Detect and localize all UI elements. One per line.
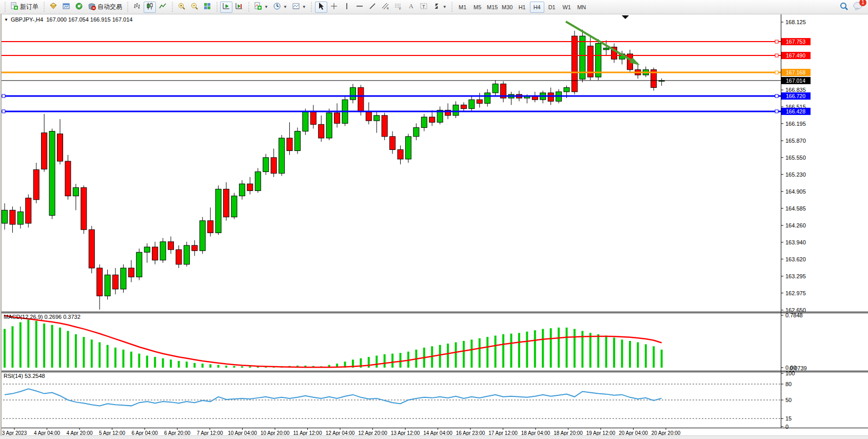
symbol-ohlc-text: GBPJPY-,H4 167.000 167.054 166.915 167.0… (11, 16, 133, 23)
line-handle (775, 94, 778, 98)
symbol-dropdown-icon[interactable]: ▼ (4, 17, 8, 22)
rsi-label: RSI(14) 53.2548 (4, 373, 45, 379)
candle-bullish (279, 138, 285, 174)
candle-bullish (231, 196, 237, 217)
candle-bullish (469, 100, 475, 108)
price-tick-label: 165.550 (785, 155, 806, 161)
candle-bullish (17, 212, 23, 224)
candle-bullish (136, 252, 142, 277)
chart-canvas[interactable]: 168.125166.835166.515166.195165.870165.5… (0, 0, 868, 439)
candle-bearish (271, 158, 277, 174)
price-level-label-text: 166.428 (786, 108, 805, 114)
candle-bearish (33, 169, 39, 199)
candle-bearish (57, 134, 63, 161)
candle-bullish (239, 184, 245, 196)
candle-bearish (128, 268, 134, 277)
candle-bearish (26, 198, 31, 223)
line-handle (775, 71, 778, 74)
line-handle (775, 110, 778, 113)
candle-bearish (319, 124, 324, 138)
candle-bullish (421, 117, 427, 127)
candle-bearish (208, 221, 213, 233)
price-tick-label: 164.905 (785, 188, 806, 195)
rsi-axis-label: 50 (785, 397, 792, 403)
candle-bearish (477, 100, 482, 103)
candle-bearish (176, 250, 182, 264)
candle-bearish (224, 189, 229, 217)
candle-bearish (358, 88, 364, 112)
window-bottom-edge (0, 435, 868, 439)
price-tick-label: 163.940 (785, 239, 806, 245)
window-left-edge (0, 14, 2, 435)
candle-bearish (287, 138, 292, 151)
rsi-axis-label: 80 (785, 381, 792, 387)
candle-bullish (294, 131, 300, 151)
candle-bearish (398, 149, 403, 159)
candle-bullish (121, 268, 126, 289)
candle-bullish (2, 210, 8, 223)
candle-bullish (49, 131, 55, 216)
price-tick-label: 164.260 (785, 222, 806, 228)
price-tick-label: 163.295 (785, 273, 806, 279)
candle-bearish (152, 247, 158, 260)
candle-bearish (89, 230, 94, 268)
price-tick-label: 163.620 (785, 256, 806, 262)
candle-bearish (168, 242, 174, 250)
candle-bearish (42, 133, 47, 169)
candle-bullish (255, 172, 261, 191)
candle-bearish (429, 117, 435, 122)
price-tick-label: 164.585 (785, 205, 806, 212)
macd-label: MACD(12,26,9) 0.2696 0.3732 (4, 314, 81, 320)
rsi-axis-label: 0 (785, 424, 788, 430)
price-level-label-text: 167.753 (786, 39, 805, 45)
symbol-ohlc-label[interactable]: ▼ GBPJPY-,H4 167.000 167.054 166.915 167… (4, 16, 132, 23)
candle-bullish (405, 137, 411, 159)
candle-bearish (65, 161, 71, 196)
line-handle (775, 40, 778, 43)
candle-bullish (485, 93, 490, 103)
price-level-label-text: 167.014 (786, 78, 805, 84)
candle-bearish (366, 112, 371, 121)
candle-bearish (334, 113, 340, 123)
candle-bearish (310, 112, 316, 125)
candle-bullish (413, 127, 419, 136)
candle-bearish (461, 105, 466, 108)
price-tick-label: 166.835 (785, 87, 806, 93)
candle-bullish (603, 48, 609, 50)
price-tick-label: 165.870 (785, 138, 806, 144)
candle-bullish (263, 158, 269, 172)
candle-bearish (382, 116, 387, 137)
candle-bullish (184, 245, 189, 264)
price-level-label-text: 166.720 (786, 93, 805, 99)
mt4-window: 新订单 自动交易 (0, 0, 868, 439)
candle-bullish (326, 113, 332, 138)
candle-bullish (200, 221, 205, 251)
candle-bullish (215, 189, 221, 233)
candle-bullish (492, 84, 498, 92)
price-tick-label: 168.125 (785, 19, 806, 25)
candle-bullish (374, 116, 380, 121)
candle-bullish (144, 247, 150, 252)
line-handle (2, 94, 5, 98)
price-level-label-text: 167.168 (786, 69, 805, 75)
candle-bearish (571, 36, 577, 92)
candle-bullish (564, 88, 569, 92)
candle-bullish (350, 88, 356, 100)
candle-bearish (548, 93, 554, 101)
candle-bullish (303, 112, 308, 131)
candle-bearish (247, 184, 253, 190)
candle-bearish (97, 268, 103, 296)
candle-bearish (113, 275, 119, 289)
price-tick-label: 162.975 (785, 290, 806, 296)
candle-bearish (81, 187, 87, 230)
line-handle (775, 54, 778, 57)
candle-bearish (10, 210, 15, 224)
candle-bearish (390, 137, 396, 150)
macd-axis-max-label: 0.7848 (785, 312, 803, 318)
rsi-axis-label: 100 (785, 370, 795, 376)
rsi-axis-label: 15 (785, 415, 792, 422)
candle-bullish (105, 275, 110, 296)
line-handle (2, 110, 5, 113)
price-tick-label: 166.195 (785, 121, 806, 127)
candle-bullish (160, 242, 166, 260)
